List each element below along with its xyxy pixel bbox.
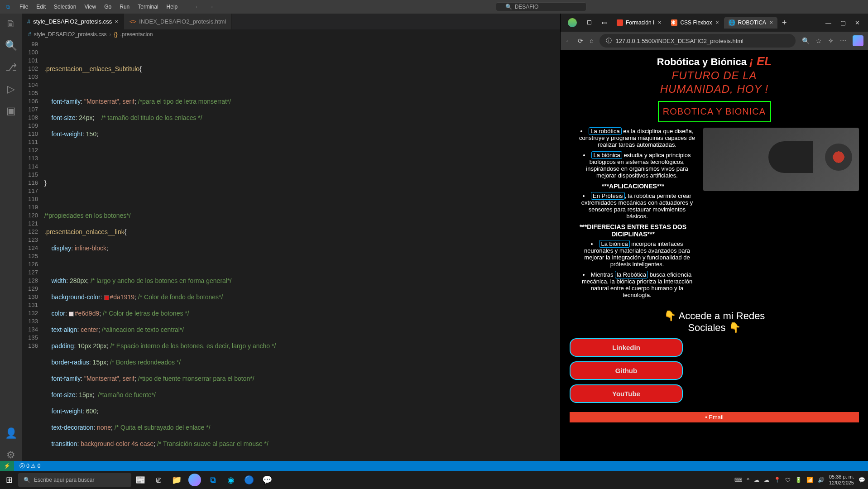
tray-volume-icon[interactable]: 🔊 (818, 477, 825, 483)
refresh-icon[interactable]: ⟳ (578, 37, 583, 44)
tab-actions-icon[interactable]: ▭ (597, 17, 611, 29)
menu-file[interactable]: File (16, 2, 32, 12)
nav-forward-icon[interactable]: → (208, 4, 214, 10)
problems-indicator[interactable]: ⓧ 0 ⚠ 0 (19, 462, 40, 470)
browser-toolbar: ← ⟳ ⌂ ⓘ 127.0.0.1:5500/INDEX_DESAFIO2_pr… (561, 32, 868, 50)
maximize-icon[interactable]: ▢ (840, 19, 846, 26)
collections-icon[interactable]: ✧ (828, 37, 834, 44)
activity-bar: 🗎 🔍 ⎇ ▷ ▣ 👤 ⚙ (0, 14, 22, 461)
remote-icon[interactable]: ⚡ (0, 461, 14, 471)
browser-tab-strip: ☐ ▭ Formación I× ✱CSS Flexbox× 🌐ROBOTICA… (561, 14, 868, 32)
address-bar[interactable]: ⓘ 127.0.0.1:5500/INDEX_DESAFIO2_protesis… (599, 34, 796, 48)
copilot-icon[interactable] (853, 35, 863, 46)
close-icon[interactable]: × (115, 18, 118, 25)
symbol-icon: {} (114, 31, 117, 38)
chrome-taskbar-icon[interactable]: 🔵 (243, 474, 255, 486)
prosthetic-image (703, 128, 859, 191)
search-activity-icon[interactable]: 🔍 (5, 40, 17, 52)
tray-battery-icon[interactable]: 🔋 (795, 477, 802, 483)
taskbar-search[interactable]: 🔍Escribe aquí para buscar (18, 473, 131, 487)
source-control-icon[interactable]: ⎇ (5, 62, 17, 73)
menu-go[interactable]: Go (101, 2, 115, 12)
tray-location-icon[interactable]: 📍 (774, 477, 781, 483)
edge-taskbar-icon[interactable]: ◉ (225, 474, 237, 486)
explorer-icon[interactable]: 🗎 (6, 18, 16, 30)
code-editor[interactable]: 9910010110210310410510610710810911011111… (22, 39, 560, 461)
menu-view[interactable]: View (81, 2, 100, 12)
vscode-taskbar-icon[interactable]: ⧉ (206, 474, 219, 486)
more-icon[interactable]: ⋯ (840, 37, 846, 44)
tray-overflow-icon[interactable]: ^ (747, 477, 749, 483)
extensions-icon[interactable]: ▣ (6, 105, 16, 117)
run-debug-icon[interactable]: ▷ (7, 83, 15, 95)
github-button[interactable]: Github (570, 361, 683, 380)
accounts-icon[interactable]: 👤 (5, 427, 17, 439)
copilot-taskbar-icon[interactable] (188, 474, 201, 486)
close-icon[interactable]: × (658, 19, 661, 26)
linkedin-button[interactable]: Linkedin (570, 338, 683, 357)
start-button[interactable]: ⊞ (3, 474, 15, 486)
browser-tab-2[interactable]: ✱CSS Flexbox× (667, 17, 723, 29)
footer-bar: • Email (570, 412, 859, 422)
url-text: 127.0.0.1:5500/INDEX_DESAFIO2_protesis.h… (615, 38, 743, 44)
tray-onedrive-icon[interactable]: ☁ (764, 477, 769, 483)
browser-window: ☐ ▭ Formación I× ✱CSS Flexbox× 🌐ROBOTICA… (560, 14, 868, 461)
vscode-logo-icon: ⧉ (0, 4, 16, 10)
html-file-icon: <> (129, 18, 136, 25)
subtitle-1: FUTURO DE LA (570, 69, 859, 82)
settings-gear-icon[interactable]: ⚙ (6, 449, 15, 461)
pointer-down-icon: 👇 (729, 322, 741, 334)
menu-help[interactable]: Help (163, 2, 182, 12)
home-icon[interactable]: ⌂ (590, 37, 593, 44)
browser-tab-1[interactable]: Formación I× (612, 17, 666, 29)
zoom-icon[interactable]: 🔍 (802, 37, 810, 44)
menu-terminal[interactable]: Terminal (134, 2, 162, 12)
menu-edit[interactable]: Edit (33, 2, 49, 12)
page-viewport[interactable]: Robótica y Biónica ¡ EL FUTURO DE LA HUM… (561, 50, 868, 461)
minimize-icon[interactable]: — (825, 19, 831, 26)
search-text: DESAFIO (515, 4, 539, 10)
menu-selection[interactable]: Selection (50, 2, 80, 12)
menu-run[interactable]: Run (116, 2, 133, 12)
search-icon: 🔍 (505, 4, 512, 10)
notifications-icon[interactable]: 💬 (858, 477, 865, 483)
browser-tab-3[interactable]: 🌐ROBOTICA× (724, 17, 777, 29)
tray-keyboard-icon[interactable]: ⌨ (734, 477, 742, 483)
youtube-button[interactable]: YouTube (570, 384, 683, 403)
whatsapp-taskbar-icon[interactable]: 💬 (261, 474, 273, 486)
favorite-icon[interactable]: ☆ (816, 37, 822, 44)
back-icon[interactable]: ← (565, 37, 571, 44)
new-tab-button[interactable]: + (778, 18, 791, 28)
browser-profile-icon[interactable] (563, 15, 581, 30)
nav-back-icon[interactable]: ← (195, 4, 200, 10)
editor-tabs: # style_DESAFIO2_protesis.css × <> INDEX… (22, 14, 560, 29)
command-center[interactable]: 🔍 DESAFIO (496, 2, 586, 11)
task-view-icon[interactable]: ⎚ (152, 474, 165, 486)
line-gutter: 9910010110210310410510610710810911011111… (22, 39, 44, 461)
close-icon[interactable]: × (770, 19, 773, 26)
menu-bar: File Edit Selection View Go Run Terminal… (16, 2, 181, 12)
titlebar: ⧉ File Edit Selection View Go Run Termin… (0, 0, 868, 14)
tray-defender-icon[interactable]: 🛡 (785, 477, 791, 483)
css-file-icon: # (28, 31, 31, 38)
taskbar-clock[interactable]: 05:38 p. m. 12/02/2025 (829, 474, 854, 486)
explorer-taskbar-icon[interactable]: 📁 (170, 474, 183, 486)
green-box: ROBOTICA Y BIONICA (658, 101, 771, 122)
text-column: La robótica es la disciplina que diseña,… (570, 128, 696, 302)
code-content[interactable]: .presentacion__enlaces_Subtitulo{ font-f… (44, 39, 560, 461)
tab-css[interactable]: # style_DESAFIO2_protesis.css × (22, 14, 124, 29)
breadcrumb-file: style_DESAFIO2_protesis.css (34, 31, 107, 38)
close-icon[interactable]: × (715, 19, 719, 26)
tray-wifi-icon[interactable]: 📶 (806, 477, 813, 483)
image-column (703, 128, 859, 191)
search-icon: 🔍 (24, 477, 30, 483)
tray-cloud-icon[interactable]: ☁ (754, 477, 759, 483)
workspaces-icon[interactable]: ☐ (582, 17, 596, 29)
breadcrumb-symbol: .presentacion (120, 31, 153, 38)
close-window-icon[interactable]: ✕ (855, 19, 860, 26)
breadcrumb[interactable]: # style_DESAFIO2_protesis.css › {} .pres… (22, 29, 560, 39)
tab-html[interactable]: <> INDEX_DESAFIO2_protesis.html (124, 14, 232, 29)
css-file-icon: # (27, 18, 30, 25)
news-icon[interactable]: 📰 (134, 474, 147, 486)
tab-label: INDEX_DESAFIO2_protesis.html (139, 18, 226, 25)
